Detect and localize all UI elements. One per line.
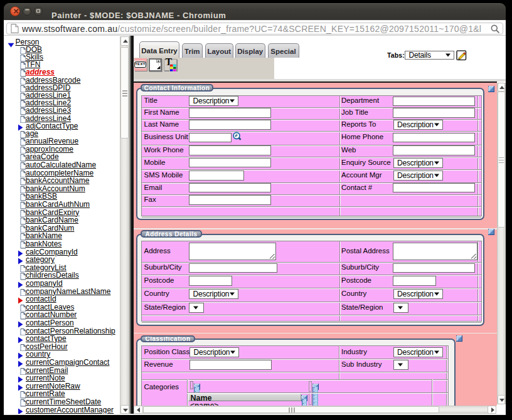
scrollbar-thumb[interactable] — [498, 92, 505, 228]
legend-contact[interactable]: Contact Information — [141, 84, 213, 92]
field-input[interactable] — [189, 195, 271, 205]
field-input[interactable] — [393, 145, 475, 155]
scroll-up-button[interactable] — [498, 83, 506, 92]
field-select[interactable]: Description — [393, 289, 443, 299]
tree-expand-icon[interactable] — [18, 359, 23, 366]
scroll-left-button[interactable] — [134, 406, 143, 414]
page-scroll-icon[interactable] — [149, 58, 162, 71]
sidebar-scrollbar[interactable] — [120, 36, 129, 414]
tree-expand-icon[interactable] — [18, 280, 23, 287]
main-horizontal-scrollbar[interactable] — [134, 406, 496, 414]
field-input[interactable] — [189, 276, 232, 286]
address-bar[interactable]: www.stsoftware.com.au/customize/screen/b… — [6, 23, 503, 34]
tree-page-icon — [20, 61, 26, 68]
field-input[interactable] — [393, 108, 475, 118]
column-divider — [446, 346, 447, 406]
field-input[interactable] — [393, 133, 475, 143]
field-input[interactable] — [189, 158, 271, 168]
tab-trim[interactable]: Trim — [182, 43, 203, 58]
field-select[interactable]: Description — [189, 289, 238, 299]
tab-layout[interactable]: Layout — [205, 43, 234, 58]
categories-box[interactable] — [190, 381, 194, 389]
search-icon[interactable] — [490, 24, 500, 36]
scrollbar-thumb[interactable] — [120, 47, 129, 139]
screen: ✕ – Painter - $MODE: $OBJNAME - Chromium… — [0, 0, 512, 420]
field-select[interactable]: Description — [189, 96, 238, 106]
table-contact: TitleDescriptionDepartmentFirst NameJob … — [141, 95, 482, 216]
tree-page-icon — [20, 184, 26, 192]
field-select[interactable]: Description — [393, 171, 443, 181]
tree-expand-icon[interactable] — [18, 319, 23, 327]
tabs-select[interactable]: Details — [405, 51, 454, 60]
resize-handle-icon[interactable] — [270, 254, 275, 259]
font-color-icon[interactable]: T — [164, 59, 178, 71]
field-select[interactable] — [393, 303, 408, 313]
tree-page-icon — [20, 145, 26, 152]
field-select[interactable]: Description — [393, 347, 443, 357]
field-input[interactable] — [189, 360, 272, 370]
edit-tabs-icon[interactable] — [456, 50, 467, 63]
field-textarea[interactable] — [189, 243, 277, 260]
fieldset-edit-icon[interactable] — [456, 333, 462, 344]
select-value: Description — [397, 171, 434, 180]
field-select[interactable] — [393, 360, 408, 370]
tree-expand-icon[interactable] — [18, 374, 23, 382]
tab-special[interactable]: Special — [268, 43, 299, 58]
field-input[interactable] — [393, 183, 475, 193]
tree-page-icon — [20, 311, 26, 318]
field-input[interactable] — [393, 276, 436, 286]
tree-item-link[interactable]: customerAccountManager — [26, 406, 114, 414]
tree-expand-icon[interactable] — [18, 382, 23, 390]
browser-toolbar: www.stsoftware.com.au/customize/screen/b… — [4, 20, 506, 36]
field-select[interactable] — [189, 303, 204, 313]
field-input[interactable] — [189, 171, 244, 181]
dropdown-arrow-icon — [434, 161, 439, 164]
drag-handle[interactable] — [302, 399, 307, 406]
field-input[interactable] — [393, 97, 475, 107]
tab-display[interactable]: Display — [235, 43, 266, 58]
scroll-down-button[interactable] — [498, 395, 506, 404]
scroll-right-button[interactable] — [488, 406, 497, 414]
legend-address[interactable]: Address Details — [141, 230, 202, 238]
scroll-down-button[interactable] — [120, 405, 129, 414]
tree-expand-icon[interactable] — [18, 256, 23, 263]
tree-item: addressLine3 — [4, 107, 129, 115]
tab-data-entry[interactable]: Data Entry — [139, 41, 179, 58]
field-input[interactable] — [189, 108, 271, 118]
legend-label: Classification — [142, 335, 194, 342]
fieldset-edit-icon[interactable] — [488, 226, 494, 238]
scroll-up-button[interactable] — [120, 36, 129, 46]
field-select[interactable]: Description — [393, 158, 443, 168]
tree-expand-icon[interactable] — [18, 335, 23, 342]
field-select[interactable]: Description — [189, 347, 239, 357]
tree-expand-icon[interactable] — [18, 122, 23, 130]
tree-expand-icon[interactable] — [18, 406, 23, 414]
field-textarea[interactable] — [393, 243, 477, 260]
tree-expand-icon[interactable] — [18, 295, 23, 303]
resize-handle-icon[interactable] — [471, 254, 476, 259]
tree-expand-icon[interactable] — [18, 350, 23, 358]
scrollbar-thumb[interactable] — [143, 406, 439, 414]
field-input[interactable] — [189, 145, 271, 155]
field-input[interactable] — [189, 183, 271, 193]
field-input[interactable] — [393, 263, 475, 273]
field-input[interactable] — [189, 120, 271, 130]
field-input[interactable] — [189, 263, 277, 273]
window-minimize-button[interactable]: – — [23, 7, 31, 16]
main-vertical-scrollbar[interactable] — [497, 83, 506, 404]
field-input[interactable] — [189, 133, 232, 143]
drag-handle[interactable] — [312, 387, 318, 406]
row-divider — [142, 322, 481, 323]
legend-classification[interactable]: Classification — [141, 335, 195, 342]
tree-item: costPerHour — [4, 342, 129, 350]
fieldset-edit-icon[interactable] — [488, 83, 494, 95]
tree-expand-icon[interactable] — [18, 248, 23, 256]
field-select[interactable]: Description — [393, 120, 443, 130]
frame-divider[interactable] — [129, 36, 134, 414]
window-maximize-button[interactable] — [34, 7, 43, 16]
window-close-button[interactable]: ✕ — [10, 6, 20, 16]
lookup-search-icon[interactable] — [232, 132, 243, 145]
drag-handle[interactable] — [194, 387, 200, 392]
text-field-icon[interactable]: TEXT — [134, 58, 147, 71]
tree-item: DOB — [4, 45, 129, 53]
